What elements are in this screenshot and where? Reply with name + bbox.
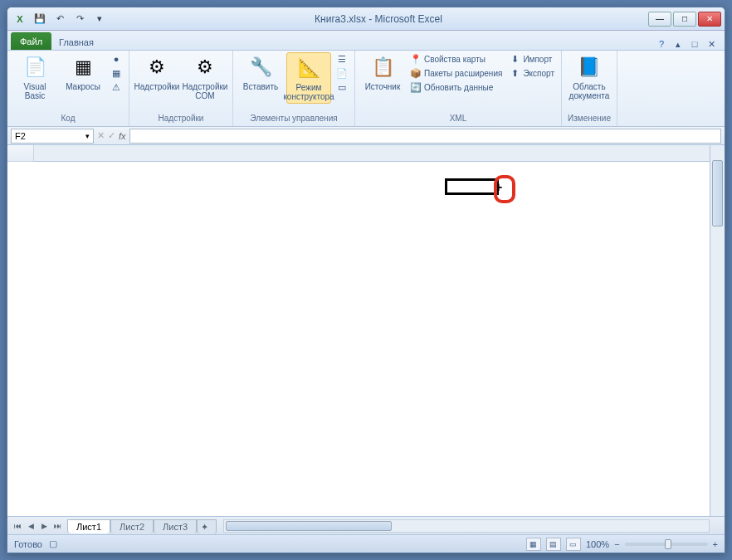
zoom-slider[interactable] xyxy=(625,543,708,546)
view-pagebreak-button[interactable]: ▭ xyxy=(566,538,581,551)
ribbon-group-modify: 📘 Область документа Изменение xyxy=(562,51,617,126)
tab-file[interactable]: Файл xyxy=(11,32,51,50)
refresh-icon: 🔄 xyxy=(410,81,422,93)
run-dialog-button[interactable]: ▭ xyxy=(334,80,349,94)
ribbon-group-xml: 📋 Источник 📍Свойства карты 📦Пакеты расши… xyxy=(355,51,562,126)
cancel-formula-icon[interactable]: ✕ xyxy=(97,130,105,141)
view-code-button[interactable]: 📄 xyxy=(334,66,349,80)
tab-last-icon[interactable]: ⏭ xyxy=(51,519,64,533)
new-sheet-tab[interactable]: ✦ xyxy=(197,519,217,534)
ribbon-group-addins: ⚙ Надстройки ⚙ Надстройки COM Надстройки xyxy=(129,51,233,126)
titlebar: X 💾 ↶ ↷ ▾ Книга3.xlsx - Microsoft Excel … xyxy=(7,7,725,31)
save-icon[interactable]: 💾 xyxy=(31,10,49,28)
record-macro-button[interactable]: ● xyxy=(109,52,124,66)
props-icon: ☰ xyxy=(336,53,348,65)
insert-icon: 🔧 xyxy=(247,54,274,80)
chevron-down-icon[interactable]: ▾ xyxy=(85,132,90,140)
ribbon-group-controls: 🔧 Вставить 📐 Режим конструктора ☰ 📄 ▭ Эл… xyxy=(233,51,355,126)
selection-box xyxy=(445,178,499,195)
maximize-button[interactable]: □ xyxy=(673,12,696,27)
source-icon: 📋 xyxy=(369,54,396,80)
worksheet-area: + xyxy=(7,145,725,516)
ribbon-tabs: Файл Главная ? ▴ □ ✕ xyxy=(7,31,725,51)
view-normal-button[interactable]: ▦ xyxy=(526,538,541,551)
annotation-oval xyxy=(494,175,515,203)
hscroll-thumb[interactable] xyxy=(226,521,392,531)
dialog-icon: ▭ xyxy=(336,81,348,93)
code-icon: 📄 xyxy=(336,67,348,79)
sheet-tabs-row: ⏮ ◀ ▶ ⏭ Лист1 Лист2 Лист3 ✦ xyxy=(7,516,725,534)
undo-icon[interactable]: ↶ xyxy=(51,10,69,28)
refresh-data-button[interactable]: 🔄Обновить данные xyxy=(408,80,504,94)
tab-nav: ⏮ ◀ ▶ ⏭ xyxy=(7,519,67,533)
close-button[interactable]: ✕ xyxy=(698,12,721,27)
xml-source-button[interactable]: 📋 Источник xyxy=(360,52,405,93)
zoom-out-button[interactable]: − xyxy=(614,539,619,549)
macros-button[interactable]: ▦ Макросы xyxy=(61,52,105,93)
macro-record-icon[interactable]: ▢ xyxy=(49,538,57,549)
minimize-button[interactable]: — xyxy=(648,12,671,27)
com-icon: ⚙ xyxy=(192,54,218,80)
addins-button[interactable]: ⚙ Надстройки xyxy=(134,52,179,93)
export-button[interactable]: ⬆Экспорт xyxy=(507,66,556,80)
grid[interactable]: + xyxy=(34,145,710,516)
ribbon-minimize-icon[interactable]: ▴ xyxy=(671,39,685,50)
insert-control-button[interactable]: 🔧 Вставить xyxy=(238,52,283,93)
tab-first-icon[interactable]: ⏮ xyxy=(11,519,24,533)
export-icon: ⬆ xyxy=(509,67,520,79)
status-ready: Готово xyxy=(14,539,42,549)
zoom-level[interactable]: 100% xyxy=(586,539,609,549)
window-title: Книга3.xlsx - Microsoft Excel xyxy=(109,13,648,25)
import-button[interactable]: ⬇Импорт xyxy=(507,52,556,66)
fx-icon[interactable]: fx xyxy=(119,131,126,141)
excel-icon[interactable]: X xyxy=(11,10,29,28)
enter-formula-icon[interactable]: ✓ xyxy=(108,130,115,141)
vertical-scrollbar[interactable] xyxy=(710,145,725,516)
doc-close-icon[interactable]: ✕ xyxy=(705,39,718,50)
help-icon[interactable]: ? xyxy=(655,39,668,50)
properties-button[interactable]: ☰ xyxy=(334,52,349,66)
shield-icon: ⚠ xyxy=(110,81,122,93)
record-icon: ● xyxy=(110,53,122,65)
doc-restore-icon[interactable]: □ xyxy=(688,39,701,50)
import-icon: ⬇ xyxy=(509,53,520,65)
tab-prev-icon[interactable]: ◀ xyxy=(24,519,37,533)
name-box[interactable]: F2▾ xyxy=(11,129,94,144)
grid-icon: ▦ xyxy=(110,67,122,79)
crosshair-cursor: + xyxy=(495,180,502,195)
view-layout-button[interactable]: ▤ xyxy=(546,538,561,551)
qat-dropdown-icon[interactable]: ▾ xyxy=(90,10,109,28)
zoom-in-button[interactable]: + xyxy=(713,539,718,549)
com-addins-button[interactable]: ⚙ Надстройки COM xyxy=(183,52,227,102)
addins-icon: ⚙ xyxy=(144,54,170,80)
map-properties-button[interactable]: 📍Свойства карты xyxy=(408,52,504,66)
formula-bar[interactable] xyxy=(129,129,721,144)
ribbon: 📄 Visual Basic ▦ Макросы ● ▦ ⚠ Код ⚙ xyxy=(7,51,725,127)
visual-basic-button[interactable]: 📄 Visual Basic xyxy=(12,52,57,102)
column-headers xyxy=(34,145,710,162)
redo-icon[interactable]: ↷ xyxy=(71,10,89,28)
sheet-tab[interactable]: Лист2 xyxy=(110,519,154,533)
select-all-corner[interactable] xyxy=(7,145,34,162)
ribbon-group-code: 📄 Visual Basic ▦ Макросы ● ▦ ⚠ Код xyxy=(7,51,129,126)
vscroll-thumb[interactable] xyxy=(712,160,723,226)
relative-ref-button[interactable]: ▦ xyxy=(109,66,124,80)
map-icon: 📍 xyxy=(410,53,422,65)
macro-security-button[interactable]: ⚠ xyxy=(109,80,124,94)
tab-Главная[interactable]: Главная xyxy=(51,34,101,50)
expansion-packs-button[interactable]: 📦Пакеты расширения xyxy=(408,66,504,80)
sheet-tab[interactable]: Лист3 xyxy=(154,519,197,533)
formula-bar-row: F2▾ ✕ ✓ fx xyxy=(7,127,725,145)
app-window: X 💾 ↶ ↷ ▾ Книга3.xlsx - Microsoft Excel … xyxy=(7,7,725,553)
design-mode-button[interactable]: 📐 Режим конструктора xyxy=(286,52,331,104)
status-bar: Готово ▢ ▦ ▤ ▭ 100% − + xyxy=(7,534,725,553)
document-panel-button[interactable]: 📘 Область документа xyxy=(567,52,612,102)
horizontal-scrollbar[interactable] xyxy=(223,519,710,533)
zoom-thumb[interactable] xyxy=(665,539,671,549)
tab-next-icon[interactable]: ▶ xyxy=(37,519,51,533)
quick-access-toolbar: X 💾 ↶ ↷ ▾ xyxy=(11,10,109,28)
ribbon-help: ? ▴ □ ✕ xyxy=(651,39,721,50)
pack-icon: 📦 xyxy=(410,67,422,79)
design-icon: 📐 xyxy=(295,55,322,81)
sheet-tab-active[interactable]: Лист1 xyxy=(67,519,110,533)
